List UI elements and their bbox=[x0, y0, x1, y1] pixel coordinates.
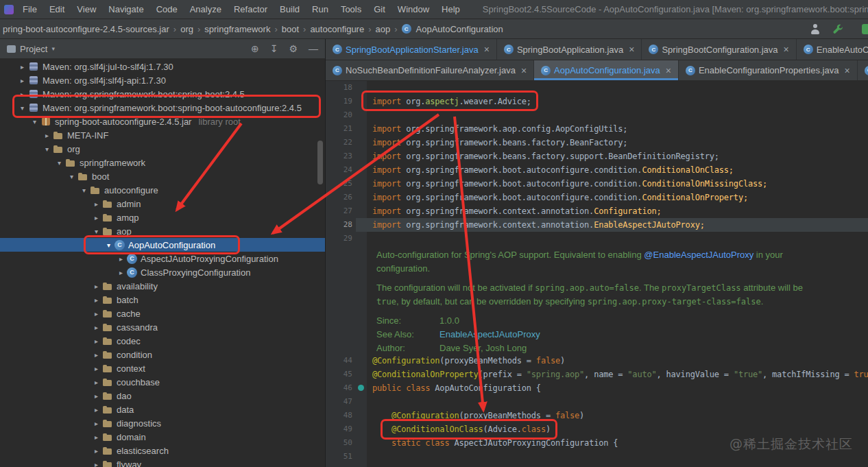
tree-item-domain[interactable]: ▸domain bbox=[0, 430, 325, 444]
tab-enableautocon[interactable]: CEnableAutoCon bbox=[797, 39, 868, 60]
menu-build[interactable]: Build bbox=[274, 0, 306, 19]
tree-item-context[interactable]: ▸context bbox=[0, 361, 325, 375]
tree-item-couchbase[interactable]: ▸couchbase bbox=[0, 375, 325, 389]
code-line-44[interactable]: 44@Configuration(proxyBeanMethods = fals… bbox=[326, 354, 868, 368]
close-icon[interactable]: × bbox=[844, 65, 849, 76]
menu-edit[interactable]: Edit bbox=[43, 0, 71, 19]
line-number[interactable]: 26 bbox=[326, 191, 356, 204]
menu-help[interactable]: Help bbox=[435, 0, 466, 19]
tab-springbootapplication-java[interactable]: CSpringBootApplication.java× bbox=[497, 39, 642, 60]
code-line-48[interactable]: 48 @Configuration(proxyBeanMethods = fal… bbox=[326, 409, 868, 422]
line-number[interactable]: 18 bbox=[326, 81, 356, 95]
tree-item-data[interactable]: ▸data bbox=[0, 403, 325, 416]
tree-item-autoconfigure[interactable]: ▾autoconfigure bbox=[0, 183, 325, 197]
tree-toggle-icon[interactable]: ▸ bbox=[91, 365, 102, 372]
tree-toggle-icon[interactable]: ▸ bbox=[16, 91, 28, 98]
tree-toggle-icon[interactable]: ▸ bbox=[91, 337, 102, 345]
menu-refactor[interactable]: Refactor bbox=[228, 0, 274, 19]
code-line-20[interactable]: 20 bbox=[326, 108, 868, 122]
close-icon[interactable]: × bbox=[666, 65, 671, 76]
project-panel-title[interactable]: Project bbox=[20, 44, 47, 54]
menu-file[interactable]: File bbox=[16, 0, 43, 19]
breadcrumb-aopautoconfiguration[interactable]: AopAutoConfiguration bbox=[415, 24, 505, 34]
tree-item-meta-inf[interactable]: ▸META-INF bbox=[0, 128, 325, 142]
user-icon[interactable] bbox=[810, 24, 820, 34]
code-line-45[interactable]: 45@ConditionalOnProperty(prefix = "sprin… bbox=[326, 368, 868, 381]
line-number[interactable]: 23 bbox=[326, 149, 356, 163]
tree-toggle-icon[interactable]: ▾ bbox=[103, 241, 114, 249]
tree-toggle-icon[interactable]: ▸ bbox=[91, 283, 102, 290]
menu-code[interactable]: Code bbox=[150, 0, 184, 19]
code-line-26[interactable]: 26import org.springframework.boot.autoco… bbox=[326, 191, 868, 204]
wrench-icon[interactable] bbox=[832, 23, 844, 35]
tree-item-codec[interactable]: ▸codec bbox=[0, 334, 325, 348]
tab-ca[interactable]: CCa bbox=[858, 60, 868, 80]
tree-toggle-icon[interactable]: ▸ bbox=[41, 132, 53, 139]
tree-item-flyway[interactable]: ▸flyway bbox=[0, 457, 325, 467]
tree-scrollbar[interactable] bbox=[317, 141, 323, 184]
tree-item-classproxyingconfiguration[interactable]: ▸CClassProxyingConfiguration bbox=[0, 265, 325, 279]
line-number[interactable]: 48 bbox=[326, 409, 356, 422]
menu-run[interactable]: Run bbox=[306, 0, 335, 19]
line-number[interactable]: 50 bbox=[326, 436, 356, 450]
tree-toggle-icon[interactable]: ▸ bbox=[115, 255, 127, 263]
tree-toggle-icon[interactable]: ▸ bbox=[91, 324, 102, 331]
tree-item-springframework[interactable]: ▾springframework bbox=[0, 156, 325, 169]
code-line-29[interactable]: 29 bbox=[326, 232, 868, 246]
line-number[interactable]: 29 bbox=[326, 232, 356, 246]
line-number[interactable]: 25 bbox=[326, 177, 356, 191]
tree-item-batch[interactable]: ▸batch bbox=[0, 293, 325, 307]
menu-navigate[interactable]: Navigate bbox=[102, 0, 149, 19]
tree-toggle-icon[interactable]: ▸ bbox=[91, 392, 102, 400]
tree-toggle-icon[interactable]: ▸ bbox=[91, 406, 102, 414]
tree-item-condition[interactable]: ▸condition bbox=[0, 348, 325, 361]
tree-item-maven-org-springframework-boot-spring-boot[interactable]: ▸Maven: org.springframework.boot:spring-… bbox=[0, 87, 325, 101]
collapse-all-icon[interactable]: ↧ bbox=[270, 39, 278, 58]
tree-toggle-icon[interactable]: ▸ bbox=[91, 420, 102, 427]
tree-item-spring-boot-autoconfigure-2-4-5-jar[interactable]: ▾spring-boot-autoconfigure-2.4.5.jarlibr… bbox=[0, 115, 325, 128]
close-icon[interactable]: × bbox=[484, 44, 490, 55]
tree-item-aspectjautoproxyingconfiguration[interactable]: ▸CAspectJAutoProxyingConfiguration bbox=[0, 252, 325, 265]
menu-window[interactable]: Window bbox=[391, 0, 435, 19]
tree-item-maven-org-slf4j-jul-to-slf4j-1-7-30[interactable]: ▸Maven: org.slf4j:jul-to-slf4j:1.7.30 bbox=[0, 60, 325, 73]
tree-item-amqp[interactable]: ▸amqp bbox=[0, 211, 325, 224]
code-line-21[interactable]: 21import org.springframework.aop.config.… bbox=[326, 122, 868, 136]
tree-toggle-icon[interactable]: ▸ bbox=[115, 269, 127, 276]
code-line-24[interactable]: 24import org.springframework.boot.autoco… bbox=[326, 163, 868, 177]
tree-toggle-icon[interactable]: ▸ bbox=[16, 77, 28, 84]
code-line-18[interactable]: 18 bbox=[326, 81, 868, 95]
code-line-25[interactable]: 25import org.springframework.boot.autoco… bbox=[326, 177, 868, 191]
breadcrumb-boot[interactable]: boot bbox=[280, 24, 300, 34]
tree-toggle-icon[interactable]: ▸ bbox=[91, 461, 102, 467]
close-icon[interactable]: × bbox=[521, 65, 527, 76]
tree-item-elasticsearch[interactable]: ▸elasticsearch bbox=[0, 444, 325, 457]
code-line-23[interactable]: 23import org.springframework.beans.facto… bbox=[326, 149, 868, 163]
tree-toggle-icon[interactable]: ▾ bbox=[29, 118, 40, 125]
tree-item-diagnostics[interactable]: ▸diagnostics bbox=[0, 416, 325, 430]
code-line-47[interactable]: 47 bbox=[326, 395, 868, 409]
hide-icon[interactable]: — bbox=[309, 39, 318, 58]
tree-item-boot[interactable]: ▾boot bbox=[0, 169, 325, 183]
tab-aopautoconfiguration-java[interactable]: CAopAutoConfiguration.java× bbox=[534, 60, 679, 80]
line-number[interactable]: 27 bbox=[326, 204, 356, 218]
run-icon[interactable] bbox=[862, 24, 868, 34]
tree-toggle-icon[interactable]: ▾ bbox=[41, 145, 53, 153]
chevron-down-icon[interactable]: ▾ bbox=[51, 45, 55, 52]
line-number[interactable]: 51 bbox=[326, 450, 356, 464]
tab-springbootapplicationstarter-java[interactable]: CSpringBootApplicationStarter.java× bbox=[326, 39, 497, 60]
code-line-27[interactable]: 27import org.springframework.context.ann… bbox=[326, 204, 868, 218]
breadcrumb-springframework[interactable]: springframework bbox=[203, 24, 272, 34]
locate-icon[interactable]: ⊕ bbox=[251, 39, 259, 58]
breadcrumb-org[interactable]: org bbox=[179, 24, 195, 34]
tree-toggle-icon[interactable]: ▾ bbox=[16, 104, 28, 112]
code-line-49[interactable]: 49 @ConditionalOnClass(Advice.class) bbox=[326, 422, 868, 436]
tree-item-maven-org-slf4j-slf4j-api-1-7-30[interactable]: ▸Maven: org.slf4j:slf4j-api:1.7.30 bbox=[0, 73, 325, 87]
doc-link[interactable]: EnableAspectJAutoProxy bbox=[439, 329, 540, 339]
code-editor[interactable]: 1819import org.aspectj.weaver.Advice;202… bbox=[326, 81, 868, 467]
tab-enableconfigurationproperties-java[interactable]: CEnableConfigurationProperties.java× bbox=[679, 60, 858, 80]
line-number[interactable]: 47 bbox=[326, 395, 356, 409]
tree-item-org[interactable]: ▾org bbox=[0, 142, 325, 156]
line-number[interactable]: 20 bbox=[326, 108, 356, 122]
line-number[interactable]: 28 bbox=[326, 218, 356, 232]
tree-toggle-icon[interactable]: ▸ bbox=[91, 296, 102, 304]
